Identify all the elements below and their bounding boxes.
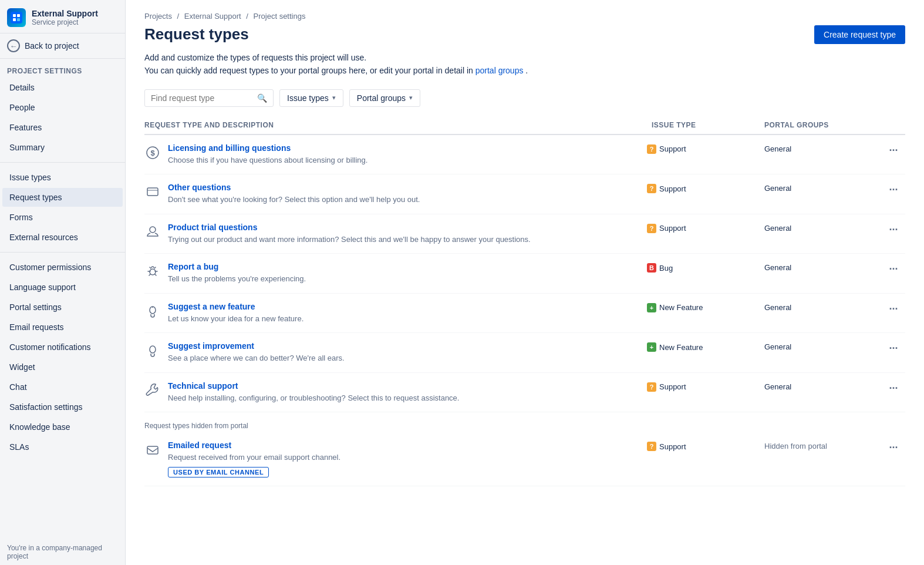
other-more-menu[interactable]: ···: [882, 183, 905, 197]
product-trial-issue-type: ? Support: [647, 223, 686, 233]
support-badge-icon-3: ?: [647, 224, 656, 233]
search-input[interactable]: [151, 93, 254, 103]
report-bug-title[interactable]: Report a bug: [168, 262, 306, 271]
breadcrumb-projects[interactable]: Projects: [144, 12, 172, 21]
sidebar-item-slas[interactable]: SLAs: [2, 438, 123, 456]
breadcrumb-sep-2: /: [246, 12, 248, 21]
back-label: Back to project: [25, 41, 79, 51]
licensing-title[interactable]: Licensing and billing questions: [168, 143, 367, 153]
issue-types-label: Issue types: [287, 93, 329, 103]
licensing-desc: Choose this if you have questions about …: [168, 154, 367, 166]
suggest-improvement-more-menu[interactable]: ···: [882, 341, 905, 356]
sidebar-item-customer-permissions[interactable]: Customer permissions: [2, 258, 123, 277]
sidebar-item-summary[interactable]: Summary: [2, 138, 123, 157]
technical-more-menu[interactable]: ···: [882, 381, 905, 396]
back-arrow-icon: ←: [7, 39, 20, 52]
issue-types-dropdown[interactable]: Issue types ▾: [279, 89, 343, 107]
emailed-more-menu[interactable]: ···: [882, 440, 905, 455]
suggest-feature-portal-group: General: [764, 302, 882, 312]
svg-point-12: [150, 346, 156, 353]
table-row: Suggest improvement See a place where we…: [144, 333, 905, 373]
emailed-request-title[interactable]: Emailed request: [168, 440, 340, 450]
svg-text:$: $: [150, 149, 155, 157]
sidebar-item-features[interactable]: Features: [2, 118, 123, 137]
suggest-feature-desc: Let us know your idea for a new feature.: [168, 313, 303, 325]
support-badge-icon-5: ?: [647, 442, 656, 451]
improvement-issue-type: + New Feature: [647, 341, 703, 352]
other-questions-title[interactable]: Other questions: [168, 183, 420, 192]
create-request-type-button[interactable]: Create request type: [814, 25, 905, 44]
emailed-request-icon: [144, 442, 161, 458]
svg-rect-4: [17, 18, 20, 21]
search-box[interactable]: 🔍: [144, 89, 274, 107]
table-row: Technical support Need help installing, …: [144, 373, 905, 413]
suggest-improvement-desc: See a place where we can do better? We'r…: [168, 352, 345, 364]
portal-groups-dropdown[interactable]: Portal groups ▾: [349, 89, 420, 107]
suggest-feature-title[interactable]: Suggest a new feature: [168, 302, 303, 311]
feature-issue-type: + New Feature: [647, 302, 703, 312]
support-badge-icon: ?: [647, 144, 656, 154]
hidden-section-label: Request types hidden from portal: [144, 412, 905, 432]
divider-2: [0, 252, 125, 253]
toolbar: 🔍 Issue types ▾ Portal groups ▾: [144, 89, 905, 107]
sidebar-item-external-resources[interactable]: External resources: [2, 228, 123, 247]
sidebar-item-request-types[interactable]: Request types: [2, 188, 123, 207]
visible-rows: $ Licensing and billing questions Choose…: [144, 135, 905, 413]
page-header: Request types Create request type: [144, 25, 905, 44]
support-badge-icon-4: ?: [647, 382, 656, 392]
description-line1: Add and customize the types of requests …: [144, 51, 905, 64]
product-trial-portal-group: General: [764, 223, 882, 233]
sidebar-item-email-requests[interactable]: Email requests: [2, 318, 123, 337]
technical-portal-group: General: [764, 381, 882, 391]
bug-more-menu[interactable]: ···: [882, 262, 905, 277]
col-issue-header: Issue type: [647, 121, 764, 129]
product-trial-more-menu[interactable]: ···: [882, 223, 905, 237]
col-portal-header: Portal groups: [764, 121, 882, 129]
feature-badge-icon-2: +: [647, 342, 656, 352]
page-description: Add and customize the types of requests …: [144, 51, 905, 78]
suggest-improvement-icon: [144, 342, 161, 359]
portal-groups-label: Portal groups: [357, 93, 406, 103]
licensing-more-menu[interactable]: ···: [882, 143, 905, 158]
sidebar-item-language-support[interactable]: Language support: [2, 278, 123, 297]
sidebar-header: External Support Service project: [0, 0, 125, 33]
breadcrumb-sep-1: /: [177, 12, 180, 21]
sidebar-item-widget[interactable]: Widget: [2, 358, 123, 376]
bug-issue-type: B Bug: [647, 262, 673, 273]
breadcrumb-project-settings: Project settings: [254, 12, 306, 21]
svg-rect-1: [13, 14, 16, 17]
breadcrumb-external-support[interactable]: External Support: [184, 12, 241, 21]
suggest-improvement-title[interactable]: Suggest improvement: [168, 341, 345, 351]
sidebar-item-customer-notifications[interactable]: Customer notifications: [2, 338, 123, 357]
product-trial-icon: [144, 224, 161, 240]
divider-1: [0, 162, 125, 163]
sidebar-item-knowledge-base[interactable]: Knowledge base: [2, 418, 123, 436]
svg-rect-13: [147, 446, 158, 454]
sidebar-item-issue-types[interactable]: Issue types: [2, 168, 123, 187]
licensing-portal-group: General: [764, 143, 882, 153]
other-questions-icon: [144, 184, 161, 200]
email-channel-badge: USED BY EMAIL CHANNEL: [168, 467, 269, 477]
suggest-feature-icon: [144, 303, 161, 320]
report-bug-icon: [144, 263, 161, 280]
suggest-feature-more-menu[interactable]: ···: [882, 302, 905, 317]
back-to-project-button[interactable]: ← Back to project: [0, 33, 125, 59]
suggest-improvement-portal-group: General: [764, 341, 882, 351]
sidebar-item-chat[interactable]: Chat: [2, 378, 123, 396]
other-questions-desc: Don't see what you're looking for? Selec…: [168, 194, 420, 206]
svg-point-8: [150, 227, 156, 233]
technical-support-title[interactable]: Technical support: [168, 381, 459, 391]
sidebar-item-satisfaction-settings[interactable]: Satisfaction settings: [2, 398, 123, 416]
licensing-icon: $: [144, 144, 161, 161]
svg-rect-3: [13, 18, 16, 21]
portal-groups-link[interactable]: portal groups: [476, 66, 524, 75]
sidebar-item-portal-settings[interactable]: Portal settings: [2, 298, 123, 317]
technical-support-icon: [144, 382, 161, 399]
svg-rect-7: [147, 188, 158, 196]
product-trial-title[interactable]: Product trial questions: [168, 223, 531, 232]
svg-rect-0: [11, 12, 22, 23]
sidebar-item-forms[interactable]: Forms: [2, 208, 123, 227]
sidebar-item-people[interactable]: People: [2, 98, 123, 117]
sidebar-item-details[interactable]: Details: [2, 78, 123, 97]
other-portal-group: General: [764, 183, 882, 193]
